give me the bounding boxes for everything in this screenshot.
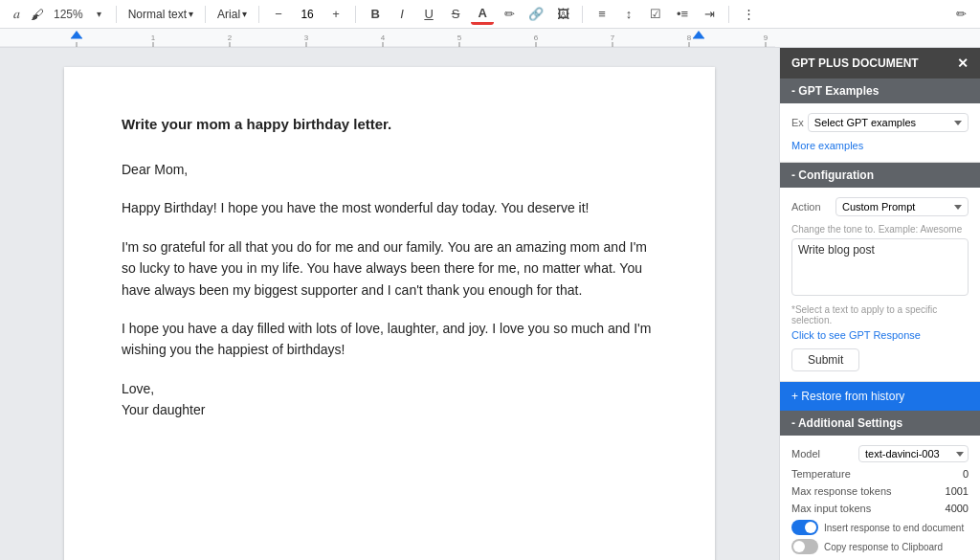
highlight-button[interactable]: ✏ <box>498 4 521 25</box>
example-prefix-label: Ex <box>791 117 804 128</box>
font-size-increase[interactable]: + <box>324 4 347 25</box>
max-response-value: 1001 <box>946 485 969 497</box>
configuration-section: Action Custom Prompt Summarize Translate… <box>780 188 980 382</box>
pen-button[interactable]: ✏ <box>949 4 972 25</box>
ruler: 1 2 3 4 5 6 7 8 9 <box>0 29 980 48</box>
font-size-input[interactable] <box>294 8 321 21</box>
sep4 <box>355 6 356 23</box>
image-button[interactable]: 🖼 <box>551 4 574 25</box>
doc-body[interactable]: Dear Mom, Happy Birthday! I hope you hav… <box>122 159 657 421</box>
bold-button[interactable]: B <box>364 4 387 25</box>
more-options-button[interactable]: ⋮ <box>737 4 760 25</box>
gpt-examples-section: Ex Select GPT examples Summarize text Tr… <box>780 103 980 163</box>
action-select[interactable]: Custom Prompt Summarize Translate Fix Gr… <box>835 197 969 216</box>
select-hint: *Select a text to apply to a specific se… <box>791 304 969 325</box>
paragraph-4[interactable]: I hope you have a day filled with lots o… <box>122 318 657 361</box>
font-selector[interactable]: Arial ▾ <box>213 6 251 23</box>
temperature-label: Temperature <box>791 468 851 480</box>
max-input-label: Max input tokens <box>791 503 871 514</box>
max-response-row: Max response tokens 1001 <box>791 485 969 497</box>
doc-page[interactable]: Write your mom a happy birthday letter. … <box>64 67 715 560</box>
paragraph-2[interactable]: Happy Birthday! I hope you have the most… <box>122 197 657 218</box>
paint-icon[interactable]: 🖌 <box>29 6 46 23</box>
examples-row: Ex Select GPT examples Summarize text Tr… <box>791 113 969 132</box>
svg-text:5: 5 <box>457 34 462 42</box>
link-button[interactable]: 🔗 <box>524 4 547 25</box>
copy-response-row: Copy response to Clipboard <box>791 539 969 554</box>
paragraph-3[interactable]: I'm so grateful for all that you do for … <box>122 236 657 301</box>
gpt-examples-select[interactable]: Select GPT examples Summarize text Trans… <box>808 113 969 132</box>
svg-text:6: 6 <box>534 34 539 42</box>
svg-text:3: 3 <box>304 34 309 42</box>
additional-settings-header: - Additional Settings <box>780 411 980 436</box>
model-select[interactable]: text-davinci-003 text-curie-001 text-bab… <box>858 445 969 462</box>
svg-text:8: 8 <box>687 34 692 42</box>
zoom-chevron[interactable]: ▾ <box>91 6 108 23</box>
hint-text: Change the tone to. Example: Awesome <box>791 224 969 235</box>
svg-text:1: 1 <box>151 34 156 42</box>
sidebar-title: GPT PLUS DOCUMENT <box>791 56 919 70</box>
svg-text:2: 2 <box>228 34 233 42</box>
copy-response-toggle[interactable] <box>791 539 818 554</box>
line-spacing-button[interactable]: ↕ <box>617 4 640 25</box>
main-area: Write your mom a happy birthday letter. … <box>0 48 980 560</box>
additional-settings-section: Model text-davinci-003 text-curie-001 te… <box>780 436 980 560</box>
font-size-decrease[interactable]: − <box>267 4 290 25</box>
svg-text:4: 4 <box>381 34 386 42</box>
bullet-list-button[interactable]: •≡ <box>671 4 694 25</box>
text-style-selector[interactable]: Normal text ▾ <box>124 6 197 23</box>
sidebar: GPT PLUS DOCUMENT ✕ - GPT Examples Ex Se… <box>779 48 980 560</box>
insert-response-toggle[interactable] <box>791 520 818 535</box>
svg-text:7: 7 <box>611 34 615 42</box>
insert-response-label: Insert response to end document <box>824 523 964 533</box>
paragraph-1[interactable]: Dear Mom, <box>122 159 657 180</box>
insert-response-row: Insert response to end document <box>791 520 969 535</box>
underline-button[interactable]: U <box>417 4 440 25</box>
doc-title[interactable]: Write your mom a happy birthday letter. <box>122 113 657 136</box>
toolbar: 𝑎 🖌 125% ▾ Normal text ▾ Arial ▾ − + B I… <box>0 0 980 29</box>
click-see-link[interactable]: Click to see GPT Response <box>791 329 969 341</box>
action-row: Action Custom Prompt Summarize Translate… <box>791 197 969 216</box>
model-row: Model text-davinci-003 text-curie-001 te… <box>791 445 969 462</box>
align-button[interactable]: ≡ <box>590 4 613 25</box>
temperature-value: 0 <box>963 468 969 480</box>
submit-button[interactable]: Submit <box>791 348 859 371</box>
configuration-section-header: - Configuration <box>780 163 980 188</box>
gpt-examples-section-header: - GPT Examples <box>780 78 980 103</box>
restore-history-button[interactable]: + Restore from history <box>780 382 980 411</box>
close-icon[interactable]: ✕ <box>957 56 969 71</box>
max-input-row: Max input tokens 4000 <box>791 503 969 514</box>
max-response-label: Max response tokens <box>791 485 892 497</box>
sep2 <box>205 6 206 23</box>
temperature-row: Temperature 0 <box>791 468 969 480</box>
sep3 <box>258 6 259 23</box>
prompt-textarea[interactable] <box>791 238 969 296</box>
ruler-svg: 1 2 3 4 5 6 7 8 9 <box>0 29 775 48</box>
zoom-selector[interactable]: 125% <box>50 4 87 25</box>
svg-rect-0 <box>0 29 775 48</box>
sep1 <box>116 6 117 23</box>
more-examples-link[interactable]: More examples <box>791 140 863 151</box>
strikethrough-button[interactable]: S <box>444 4 467 25</box>
doc-area[interactable]: Write your mom a happy birthday letter. … <box>0 48 779 560</box>
sep6 <box>728 6 729 23</box>
copy-response-label: Copy response to Clipboard <box>824 542 943 552</box>
svg-text:9: 9 <box>764 34 768 42</box>
spell-check-icon[interactable]: 𝑎 <box>8 6 25 23</box>
checklist-button[interactable]: ☑ <box>644 4 667 25</box>
max-input-value: 4000 <box>946 503 969 514</box>
italic-button[interactable]: I <box>390 4 413 25</box>
paragraph-5[interactable]: Love, Your daughter <box>122 378 657 421</box>
font-color-button[interactable]: A <box>471 4 494 25</box>
model-label: Model <box>791 448 820 459</box>
sep5 <box>582 6 583 23</box>
indent-button[interactable]: ⇥ <box>698 4 721 25</box>
action-label: Action <box>791 201 830 213</box>
sidebar-header: GPT PLUS DOCUMENT ✕ <box>780 48 980 78</box>
